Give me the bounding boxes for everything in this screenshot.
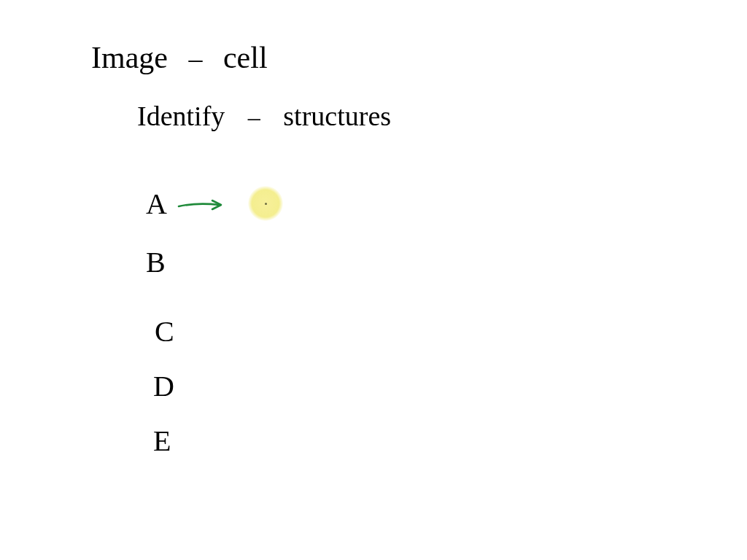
subtitle-separator: – — [232, 105, 276, 130]
highlight-dot-icon — [265, 203, 267, 205]
title-right: cell — [223, 41, 268, 74]
arrow-shaft — [179, 204, 220, 206]
arrow-icon — [177, 197, 232, 213]
row-label-d: D — [153, 372, 174, 401]
row-label-b: B — [146, 248, 166, 277]
highlight-circle — [248, 186, 283, 221]
row-label-c: C — [155, 317, 174, 346]
whiteboard-canvas: Image – cell Identify – structures A B C… — [0, 0, 747, 560]
title-left: Image — [91, 41, 168, 74]
subtitle-left: Identify — [137, 101, 225, 131]
row-label-a: A — [146, 190, 167, 219]
title-line: Image – cell — [91, 42, 268, 73]
subtitle-line: Identify – structures — [137, 102, 391, 130]
subtitle-right: structures — [283, 101, 391, 131]
row-label-e: E — [153, 427, 171, 456]
title-separator: – — [175, 44, 215, 72]
